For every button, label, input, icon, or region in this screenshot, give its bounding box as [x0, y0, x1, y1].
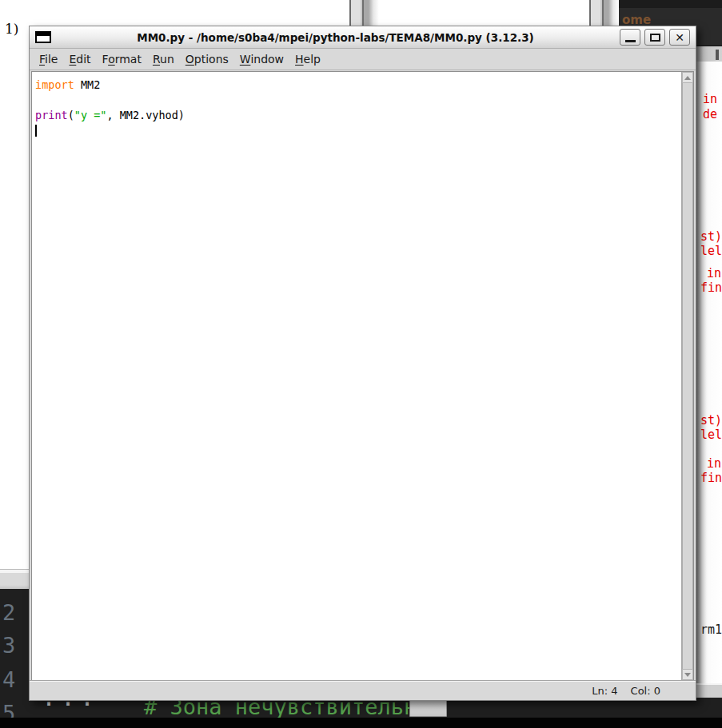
menu-help[interactable]: Help: [289, 50, 326, 69]
stderr-fragment: in: [707, 456, 721, 471]
close-icon: ✕: [675, 32, 684, 43]
keyword-token: import: [35, 78, 74, 91]
maximize-icon: [650, 34, 660, 42]
menu-edit[interactable]: Edit: [63, 50, 96, 69]
status-column: Col: 0: [631, 685, 660, 697]
stderr-fragment: st): [700, 229, 722, 244]
taskbar-strip: [0, 718, 722, 728]
maximize-button[interactable]: [644, 29, 665, 46]
idle-editor-window: MM0.py - /home/s0ba4/mpei/python-labs/TE…: [29, 26, 696, 701]
code-line-4: [35, 123, 678, 138]
vertical-scrollbar[interactable]: [681, 72, 693, 680]
line-number: 4: [2, 667, 15, 692]
stderr-fragment: in: [703, 92, 717, 106]
stderr-fragment: fin: [700, 280, 722, 295]
status-bar: Ln: 4 Col: 0: [30, 681, 696, 700]
line-number: 3: [2, 633, 15, 658]
stderr-fragment: st): [700, 413, 722, 428]
code-line-2: [35, 93, 678, 108]
menu-options[interactable]: Options: [180, 50, 234, 69]
background-shell-bottom-edge: [696, 683, 722, 698]
string-token: "y =": [74, 109, 107, 121]
minimize-button[interactable]: [620, 29, 640, 46]
stderr-fragment: de: [703, 107, 717, 121]
arrow-down-icon: [684, 673, 691, 677]
menu-window[interactable]: Window: [234, 50, 289, 69]
background-shell-menubar: [696, 46, 722, 62]
background-scrollbar-sliver: [589, 0, 619, 26]
background-shell-window: in de st) lel in fin st) lel in fin rm1: [696, 46, 722, 698]
minimize-icon: [625, 40, 636, 42]
window-icon: [35, 31, 51, 43]
status-line: Ln: 4: [592, 685, 617, 697]
window-title: MM0.py - /home/s0ba4/mpei/python-labs/TE…: [51, 31, 620, 44]
menu-format[interactable]: Format: [97, 50, 147, 69]
background-scrollbar-sliver: [349, 0, 379, 26]
code-editor-area[interactable]: import MM2 print("y =", MM2.vyhod): [32, 72, 681, 680]
scroll-up-button[interactable]: [682, 72, 693, 83]
stderr-fragment: lel: [700, 244, 722, 258]
code-fragment: rm1: [700, 623, 722, 637]
text-cursor: [35, 125, 37, 137]
stderr-fragment: lel: [700, 428, 722, 442]
menu-file[interactable]: File: [34, 50, 63, 69]
close-button[interactable]: ✕: [669, 29, 690, 46]
code-line-3: print("y =", MM2.vyhod): [35, 108, 678, 123]
line-number: 2: [2, 600, 15, 625]
menu-run[interactable]: Run: [147, 50, 180, 69]
stderr-fragment: fin: [700, 471, 722, 485]
stderr-fragment: in: [707, 266, 721, 280]
list-item-number: 1): [5, 21, 18, 37]
background-shell-body: in de st) lel in fin st) lel in fin rm1: [696, 62, 722, 683]
builtin-token: print: [35, 109, 68, 121]
scroll-down-button[interactable]: [682, 669, 693, 680]
titlebar[interactable]: MM0.py - /home/s0ba4/mpei/python-labs/TE…: [30, 26, 696, 49]
arrow-up-icon: [684, 76, 691, 80]
partial-menu-glyph: [716, 50, 719, 60]
code-line-1: import MM2: [35, 78, 678, 93]
scrollbar-thumb[interactable]: [682, 83, 693, 669]
menubar: File Edit Format Run Options Window Help: [30, 49, 696, 70]
